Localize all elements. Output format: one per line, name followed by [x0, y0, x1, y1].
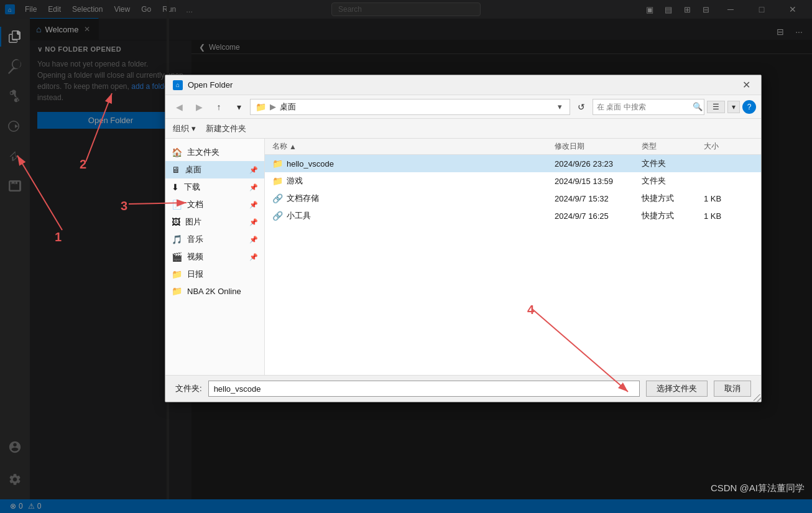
dialog-organize-bar: 组织 ▾ 新建文件夹 — [165, 119, 761, 139]
refresh-button[interactable]: ↺ — [573, 99, 590, 115]
desktop-icon: 🖥 — [172, 165, 180, 175]
file-name-docs-storage: 🔗 文档存储 — [272, 193, 555, 204]
folder-icon-hello-vscode: 📁 — [272, 159, 283, 169]
nav-item-documents[interactable]: 📄 文档 📌 — [165, 196, 264, 213]
new-folder-label: 新建文件夹 — [206, 124, 246, 133]
nav-item-videos[interactable]: 🎬 视频 📌 — [165, 248, 264, 266]
nav-item-downloads[interactable]: ⬇ 下载 📌 — [165, 178, 264, 196]
dialog-body: 🏠 主文件夹 🖥 桌面 📌 ⬇ 下载 📌 📄 文档 📌 🖼 图片 — [165, 139, 761, 375]
pictures-pin-icon: 📌 — [249, 218, 258, 226]
organize-button[interactable]: 组织 ▾ — [173, 123, 196, 134]
dialog-search-input[interactable] — [597, 103, 690, 111]
new-folder-button[interactable]: 新建文件夹 — [206, 123, 246, 134]
nav-item-music-label: 音乐 — [187, 234, 203, 245]
open-folder-dialog: ⌂ Open Folder ✕ ◀ ▶ ↑ ▾ 📁 ▶ 桌面 ▾ ↺ 🔍 ☰ ▾… — [165, 75, 762, 402]
nav-item-videos-label: 视频 — [187, 251, 203, 262]
col-modified[interactable]: 修改日期 — [555, 141, 642, 152]
filename-input[interactable] — [208, 381, 640, 397]
file-name-games: 📁 游戏 — [272, 175, 555, 187]
nav-recent-button[interactable]: ▾ — [230, 99, 247, 115]
nav-up-button[interactable]: ↑ — [210, 99, 228, 115]
shortcut-icon-docs: 🔗 — [272, 193, 283, 203]
videos-icon: 🎬 — [172, 252, 182, 262]
file-row-games[interactable]: 📁 游戏 2024/9/15 13:59 文件夹 — [265, 172, 761, 190]
organize-dropdown-icon: ▾ — [191, 124, 196, 133]
dialog-bottom: 文件夹: 选择文件夹 取消 — [165, 375, 761, 402]
shortcut-icon-tools: 🔗 — [272, 211, 283, 221]
file-name-tools: 🔗 小工具 — [272, 210, 555, 221]
organize-label: 组织 — [173, 123, 189, 134]
nav-item-pictures[interactable]: 🖼 图片 📌 — [165, 213, 264, 231]
downloads-icon: ⬇ — [172, 182, 179, 192]
dialog-close-button[interactable]: ✕ — [739, 78, 754, 93]
dialog-file-panel: 名称 ▲ 修改日期 类型 大小 📁 hello_vscode — [265, 139, 761, 375]
documents-icon: 📄 — [172, 200, 182, 210]
nba-icon: 📁 — [172, 286, 182, 296]
home-icon: 🏠 — [172, 147, 182, 157]
pictures-icon: 🖼 — [172, 217, 180, 227]
dialog-toolbar: ◀ ▶ ↑ ▾ 📁 ▶ 桌面 ▾ ↺ 🔍 ☰ ▾ ? — [165, 95, 761, 119]
desktop-pin-icon: 📌 — [249, 166, 258, 174]
address-folder-icon: 📁 — [256, 102, 266, 112]
file-row-docs-storage[interactable]: 🔗 文档存储 2024/9/7 15:32 快捷方式 1 KB — [265, 190, 761, 207]
search-icon: 🔍 — [693, 102, 703, 111]
music-pin-icon: 📌 — [249, 236, 258, 244]
documents-pin-icon: 📌 — [249, 201, 258, 209]
nav-item-home[interactable]: 🏠 主文件夹 — [165, 144, 264, 161]
dialog-resize-handle[interactable] — [754, 394, 761, 402]
nav-item-downloads-label: 下载 — [184, 182, 200, 193]
cancel-button[interactable]: 取消 — [714, 381, 751, 397]
dialog-search-box: 🔍 — [593, 99, 704, 115]
address-dropdown-icon[interactable]: ▾ — [555, 102, 565, 111]
nav-item-nba-label: NBA 2K Online — [187, 287, 241, 296]
nav-item-music[interactable]: 🎵 音乐 📌 — [165, 231, 264, 248]
folder-icon-games: 📁 — [272, 176, 283, 186]
sort-icon: ▲ — [289, 142, 297, 151]
dialog-titlebar: ⌂ Open Folder ✕ — [165, 75, 761, 95]
nav-item-pictures-label: 图片 — [185, 216, 201, 228]
dialog-view-toggle[interactable]: ☰ — [707, 101, 725, 113]
file-row-hello-vscode[interactable]: 📁 hello_vscode 2024/9/26 23:23 文件夹 — [265, 155, 761, 172]
music-icon: 🎵 — [172, 234, 182, 244]
nav-item-nba[interactable]: 📁 NBA 2K Online — [165, 283, 264, 299]
nav-item-desktop-label: 桌面 — [185, 164, 201, 175]
videos-pin-icon: 📌 — [249, 253, 258, 261]
address-text: 桌面 — [280, 101, 551, 113]
nav-item-daily-label: 日报 — [187, 269, 203, 280]
select-folder-button[interactable]: 选择文件夹 — [646, 381, 708, 397]
col-size[interactable]: 大小 — [704, 141, 754, 152]
nav-item-daily[interactable]: 📁 日报 — [165, 266, 264, 283]
nav-item-documents-label: 文档 — [187, 199, 203, 210]
nav-back-button[interactable]: ◀ — [170, 99, 188, 115]
dialog-title-text: Open Folder — [188, 80, 233, 90]
file-row-tools[interactable]: 🔗 小工具 2024/9/7 16:25 快捷方式 1 KB — [265, 207, 761, 224]
nav-item-home-label: 主文件夹 — [187, 147, 219, 158]
nav-forward-button[interactable]: ▶ — [190, 99, 208, 115]
filename-label: 文件夹: — [175, 383, 202, 394]
file-table-header: 名称 ▲ 修改日期 类型 大小 — [265, 139, 761, 155]
dialog-title-icon: ⌂ — [173, 80, 183, 90]
col-type[interactable]: 类型 — [642, 141, 704, 152]
address-bar: 📁 ▶ 桌面 ▾ — [250, 99, 570, 115]
daily-icon: 📁 — [172, 269, 182, 279]
file-name-hello-vscode: 📁 hello_vscode — [272, 159, 555, 169]
nav-item-desktop[interactable]: 🖥 桌面 📌 — [165, 161, 264, 178]
downloads-pin-icon: 📌 — [249, 183, 258, 192]
dialog-view-dropdown[interactable]: ▾ — [727, 101, 740, 113]
dialog-help-button[interactable]: ? — [742, 100, 756, 114]
col-name[interactable]: 名称 ▲ — [272, 141, 555, 152]
dialog-nav-panel: 🏠 主文件夹 🖥 桌面 📌 ⬇ 下载 📌 📄 文档 📌 🖼 图片 — [165, 139, 265, 375]
